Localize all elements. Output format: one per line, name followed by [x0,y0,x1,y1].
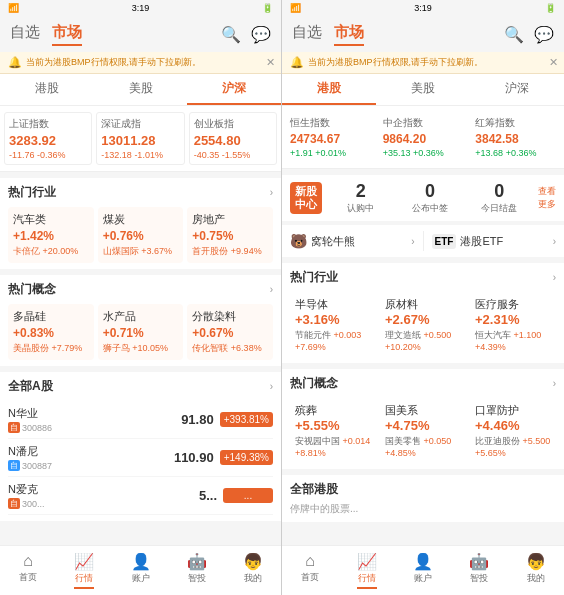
stock-codenum-1: 300887 [22,461,52,471]
hot-concept-arrow-right[interactable]: › [553,378,556,389]
hot-industry-item-0[interactable]: 汽车类 +1.42% 卡倍亿 +20.00% [8,207,94,263]
special-name-1: 港股ETF [460,234,503,249]
header-tabs-right: 自选 市场 [292,23,504,46]
hot-concept-left: 热门概念 › 多晶硅 +0.83% 美晶股份 +7.79% 水产品 +0.71%… [0,275,281,366]
hot-industry-left: 热门行业 › 汽车类 +1.42% 卡倍亿 +20.00% 煤炭 +0.76% … [0,178,281,269]
r-hc-2[interactable]: 口罩防护 +4.46% 比亚迪股份 +5.500 +5.65% [470,398,556,463]
nav-mine-label-left: 我的 [244,572,262,585]
tab-zixuan-left[interactable]: 自选 [10,23,40,46]
r-hc-0[interactable]: 殡葬 +5.55% 安视园中国 +0.014 +8.81% [290,398,376,463]
hot-industry-grid-left: 汽车类 +1.42% 卡倍亿 +20.00% 煤炭 +0.76% 山煤国际 +3… [8,207,273,263]
r-hi-sub-2: 恒大汽车 +1.100 +4.39% [475,329,551,352]
hi-name-1: 煤炭 [103,212,179,227]
hot-industry-right: 热门行业 › 半导体 +3.16% 节能元件 +0.003 +7.69% 原材料… [282,263,564,363]
notice-close-left[interactable]: ✕ [266,56,275,69]
hk-card-1[interactable]: 中企指数 9864.20 +35.13 +0.36% [379,112,468,162]
r-hc-1[interactable]: 国美系 +4.75% 国美零售 +0.050 +4.85% [380,398,466,463]
account-icon-right: 👤 [413,552,433,571]
r-hi-change-1: +2.67% [385,312,461,327]
hk-card-2[interactable]: 红筹指数 3842.58 +13.68 +0.36% [471,112,560,162]
stock-name-0: N华业 [8,406,164,421]
message-icon-right[interactable]: 💬 [534,25,554,44]
r-hi-sub-0: 节能元件 +0.003 +7.69% [295,329,371,352]
hot-industry-item-2[interactable]: 房地产 +0.75% 首开股份 +9.94% [187,207,273,263]
hot-concept-item-0[interactable]: 多晶硅 +0.83% 美晶股份 +7.79% [8,304,94,360]
r-hc-sub-0: 安视园中国 +0.014 +8.81% [295,435,371,458]
special-item-1[interactable]: ETF 港股ETF › [432,234,557,249]
stock-row-1[interactable]: N潘尼 自 300887 110.90 +149.38% [8,439,273,477]
mine-icon-right: 👦 [526,552,546,571]
r-hi-0[interactable]: 半导体 +3.16% 节能元件 +0.003 +7.69% [290,292,376,357]
status-battery-left: 🔋 [262,3,273,13]
special-arrow-0: › [411,236,414,247]
search-icon-right[interactable]: 🔍 [504,25,524,44]
tab-zixuan-right[interactable]: 自选 [292,23,322,46]
hot-concept-item-1[interactable]: 水产品 +0.71% 狮子鸟 +10.05% [98,304,184,360]
hot-industry-arrow-right[interactable]: › [553,272,556,283]
stock-row-0[interactable]: N华业 自 300886 91.80 +393.81% [8,401,273,439]
index-value-1: 13011.28 [101,133,179,148]
header-tabs-left: 自选 市场 [10,23,221,46]
message-icon-left[interactable]: 💬 [251,25,271,44]
hot-industry-arrow-left[interactable]: › [270,187,273,198]
notice-bar-right: 🔔 当前为港股BMP行情权限,请手动下拉刷新。 ✕ [282,52,564,74]
new-stock-more[interactable]: 查看 更多 [538,185,556,211]
new-stock-subscribe[interactable]: 2 认购中 [330,181,391,215]
nav-account-right[interactable]: 👤 账户 [395,546,451,595]
header-left: 自选 市场 🔍 💬 [0,16,281,52]
stock-tag-2: 自 [8,498,20,509]
all-hk-title: 全部港股 [290,481,556,498]
nav-mine-left[interactable]: 👦 我的 [225,546,281,595]
r-hi-2[interactable]: 医疗服务 +2.31% 恒大汽车 +1.100 +4.39% [470,292,556,357]
nav-market-left[interactable]: 📈 行情 [56,546,112,595]
notice-bar-left: 🔔 当前为港股BMP行情权限,请手动下拉刷新。 ✕ [0,52,281,74]
hc-name-2: 分散染料 [192,309,268,324]
r-hi-1[interactable]: 原材料 +2.67% 理文造纸 +0.500 +10.20% [380,292,466,357]
notice-icon-left: 🔔 [8,56,22,69]
stock-code-0: 自 300886 [8,422,164,433]
new-stock-lottery[interactable]: 0 公布中签 [399,181,460,215]
header-icons-right: 🔍 💬 [504,25,554,44]
index-card-1[interactable]: 深证成指 13011.28 -132.18 -1.01% [96,112,184,165]
hot-industry-item-1[interactable]: 煤炭 +0.76% 山煤国际 +3.67% [98,207,184,263]
smart-icon-right: 🤖 [469,552,489,571]
tabs-row-left: 港股 美股 沪深 [0,74,281,106]
hot-concept-item-2[interactable]: 分散染料 +0.67% 传化智联 +6.38% [187,304,273,360]
nav-account-left[interactable]: 👤 账户 [112,546,168,595]
tab-ganggu-left[interactable]: 港股 [0,74,94,105]
hot-concept-arrow-left[interactable]: › [270,284,273,295]
nav-mine-right[interactable]: 👦 我的 [508,546,564,595]
tab-meiguu-right[interactable]: 美股 [376,74,470,105]
tab-market-right[interactable]: 市场 [334,23,364,46]
stock-badge-2: ... [223,488,273,503]
tab-hushen-left[interactable]: 沪深 [187,74,281,105]
tab-meiguu-left[interactable]: 美股 [94,74,188,105]
nav-smart-right[interactable]: 🤖 智投 [451,546,507,595]
r-hc-change-0: +5.55% [295,418,371,433]
hot-concept-grid-left: 多晶硅 +0.83% 美晶股份 +7.79% 水产品 +0.71% 狮子鸟 +1… [8,304,273,360]
new-stock-today[interactable]: 0 今日结盘 [469,181,530,215]
index-value-0: 3283.92 [9,133,87,148]
index-card-2[interactable]: 创业板指 2554.80 -40.35 -1.55% [189,112,277,165]
nav-home-right[interactable]: ⌂ 首页 [282,546,338,595]
hk-card-0[interactable]: 恒生指数 24734.67 +1.91 +0.01% [286,112,375,162]
hi-change-1: +0.76% [103,229,179,243]
nav-market-right[interactable]: 📈 行情 [338,546,394,595]
nav-smart-left[interactable]: 🤖 智投 [169,546,225,595]
header-icons-left: 🔍 💬 [221,25,271,44]
notice-icon-right: 🔔 [290,56,304,69]
tab-ganggu-right[interactable]: 港股 [282,74,376,105]
search-icon-left[interactable]: 🔍 [221,25,241,44]
nav-home-left[interactable]: ⌂ 首页 [0,546,56,595]
new-stock-badge-line1: 新股 [295,185,317,198]
stock-row-2[interactable]: N爱克 自 300... 5... ... [8,477,273,515]
stock-list-left: N华业 自 300886 91.80 +393.81% N潘尼 自 [8,401,273,515]
all-a-arrow-left[interactable]: › [270,381,273,392]
index-name-1: 深证成指 [101,117,179,131]
notice-close-right[interactable]: ✕ [549,56,558,69]
tab-hushen-right[interactable]: 沪深 [470,74,564,105]
tab-market-left[interactable]: 市场 [52,23,82,46]
stock-left-1: N潘尼 自 300887 [8,444,164,471]
index-card-0[interactable]: 上证指数 3283.92 -11.76 -0.36% [4,112,92,165]
special-item-0[interactable]: 🐻 窝轮牛熊 › [290,233,415,249]
